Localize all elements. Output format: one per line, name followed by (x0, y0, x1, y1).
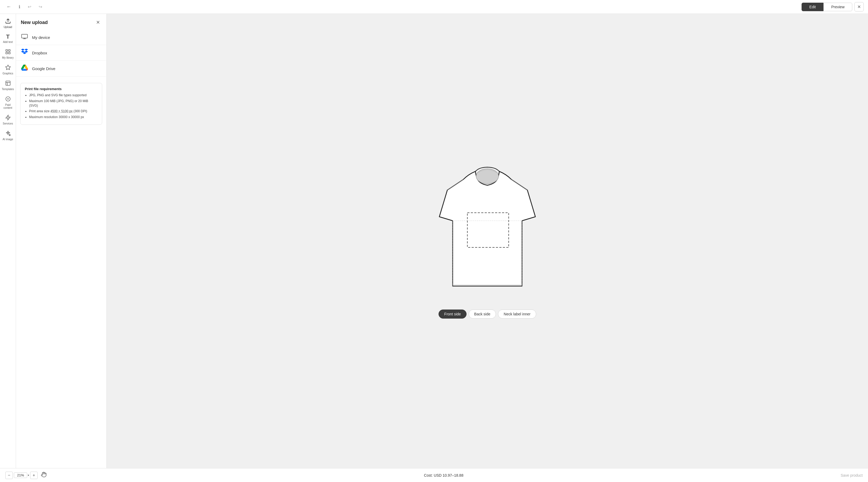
back-button[interactable]: ← (4, 3, 13, 11)
zoom-level-dropdown[interactable]: 21% ▾ (14, 473, 29, 478)
graphics-icon (5, 65, 11, 71)
svg-rect-5 (6, 81, 10, 86)
dropbox-icon (21, 49, 28, 57)
sidebar-library-label: My library (2, 56, 13, 59)
sidebar-item-ai-image[interactable]: AI image (1, 128, 15, 143)
monitor-icon (21, 34, 28, 41)
sidebar-templates-label: Templates (2, 88, 14, 91)
my-device-label: My device (32, 35, 50, 40)
upload-option-google-drive[interactable]: Google Drive (16, 61, 106, 76)
svg-rect-2 (8, 50, 10, 51)
edit-button[interactable]: Edit (802, 3, 824, 11)
upload-panel: New upload ✕ My device Dropbox (16, 14, 107, 468)
sidebar-item-graphics[interactable]: Graphics (1, 62, 15, 77)
pan-tool-icon[interactable] (41, 472, 47, 479)
services-icon (5, 115, 11, 121)
zoom-level-display[interactable]: 21% (14, 473, 27, 478)
panel-title: New upload (21, 20, 48, 25)
main-layout: Upload T Add text My library (0, 14, 868, 468)
topbar: ← ℹ ↩ ↪ Edit Preview ✕ (0, 0, 868, 14)
upload-option-my-device[interactable]: My device (16, 30, 106, 45)
sidebar-paid-label: Paid content (2, 103, 14, 109)
sidebar-item-templates[interactable]: Templates (1, 78, 15, 93)
req-item-0: JPG, PNG and SVG file types supported (29, 93, 98, 98)
tab-back-side[interactable]: Back side (469, 310, 496, 319)
zoom-in-button[interactable]: + (30, 472, 38, 479)
sidebar-services-label: Services (3, 122, 13, 125)
req-item-1: Maximum 100 MiB (JPG, PNG) or 20 MiB (SV… (29, 99, 98, 108)
google-drive-icon (21, 65, 28, 72)
paid-content-icon (5, 96, 11, 103)
zoom-chevron-icon: ▾ (28, 474, 29, 477)
sidebar-ai-label: AI image (3, 138, 13, 141)
preview-button[interactable]: Preview (824, 3, 852, 11)
upload-option-dropbox[interactable]: Dropbox (16, 45, 106, 61)
google-drive-label: Google Drive (32, 66, 56, 71)
view-tabs: Front side Back side Neck label inner (438, 310, 536, 319)
svg-rect-1 (6, 50, 7, 51)
svg-rect-4 (8, 52, 10, 54)
zoom-controls: − 21% ▾ + (5, 472, 47, 479)
sidebar-item-services[interactable]: Services (1, 113, 15, 127)
tshirt-container (423, 163, 551, 302)
tshirt-svg (423, 163, 551, 297)
cost-display: Cost: USD 10.97–18.88 (424, 473, 463, 478)
tab-neck-label[interactable]: Neck label inner (498, 310, 536, 319)
panel-close-button[interactable]: ✕ (94, 19, 102, 26)
requirements-title: Print file requirements (25, 87, 98, 91)
canvas-area: Front side Back side Neck label inner (107, 14, 868, 468)
ai-image-icon (5, 130, 11, 137)
sidebar-addtext-label: Add text (3, 40, 13, 43)
close-button[interactable]: ✕ (855, 2, 864, 11)
req-item-3: Maximum resolution 30000 x 30000 px (29, 115, 98, 120)
sidebar-item-paid-content[interactable]: Paid content (1, 94, 15, 111)
sidebar-item-add-text[interactable]: T Add text (1, 32, 15, 45)
req-item-2: Print area size 4500 × 5100 px (300 DPI) (29, 109, 98, 114)
icon-sidebar: Upload T Add text My library (0, 14, 16, 468)
dropbox-label: Dropbox (32, 51, 47, 55)
svg-point-15 (476, 169, 499, 184)
library-icon (5, 49, 11, 56)
bottom-bar: − 21% ▾ + Cost: USD 10.97–18.88 Save pro… (0, 468, 868, 482)
redo-button[interactable]: ↪ (36, 3, 44, 10)
topbar-left: ← ℹ ↩ ↪ (4, 3, 44, 11)
save-product-button[interactable]: Save product (841, 473, 863, 478)
requirements-list: JPG, PNG and SVG file types supported Ma… (25, 93, 98, 120)
sidebar-item-upload[interactable]: Upload (1, 16, 15, 31)
sidebar-item-my-library[interactable]: My library (1, 47, 15, 61)
sidebar-upload-label: Upload (4, 26, 12, 29)
svg-rect-10 (22, 34, 28, 38)
upload-icon (5, 18, 11, 25)
undo-button[interactable]: ↩ (26, 3, 33, 10)
templates-icon (5, 80, 11, 87)
svg-marker-9 (6, 115, 10, 120)
zoom-out-button[interactable]: − (5, 472, 13, 479)
tab-front-side[interactable]: Front side (438, 310, 466, 319)
topbar-right: Edit Preview ✕ (802, 2, 864, 11)
sidebar-graphics-label: Graphics (2, 72, 13, 75)
info-button[interactable]: ℹ (17, 3, 22, 10)
svg-rect-3 (6, 52, 7, 54)
panel-header: New upload ✕ (16, 14, 106, 30)
requirements-box: Print file requirements JPG, PNG and SVG… (20, 83, 102, 125)
text-icon: T (6, 34, 9, 40)
